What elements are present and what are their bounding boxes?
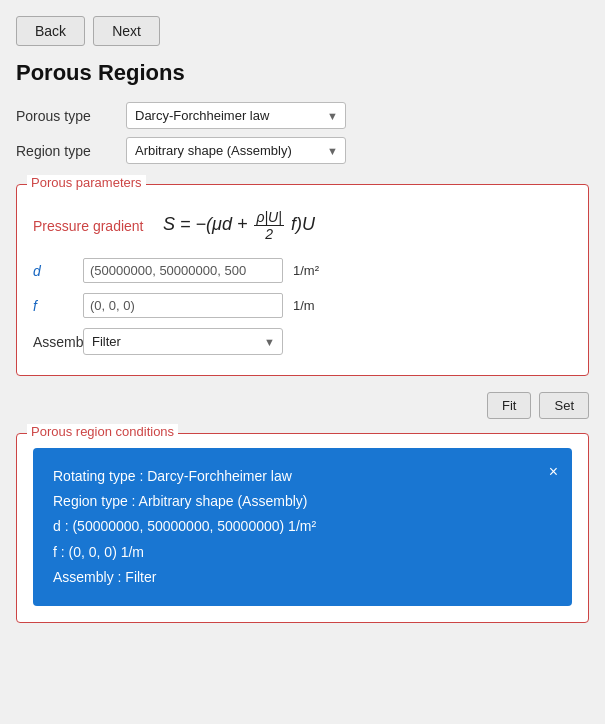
region-type-select-wrapper: Arbitrary shape (Assembly) Cylinder Box … [126,137,346,164]
fit-button[interactable]: Fit [487,392,531,419]
condition-line4: f : (0, 0, 0) 1/m [53,540,552,565]
region-type-select[interactable]: Arbitrary shape (Assembly) Cylinder Box [126,137,346,164]
f-input[interactable] [83,293,283,318]
pressure-formula: S = −(μd + ρ|U| 2 f)U [163,209,315,242]
porous-type-label: Porous type [16,108,126,124]
porous-conditions-box: Porous region conditions × Rotating type… [16,433,589,623]
assembly-label: Assembly [33,334,83,350]
d-label: d [33,263,83,279]
d-input[interactable] [83,258,283,283]
assembly-select[interactable]: Filter Default [83,328,283,355]
porous-type-select-wrapper: Darcy-Forchheimer law Darcy law ▼ [126,102,346,129]
condition-line2: Region type : Arbitrary shape (Assembly) [53,489,552,514]
condition-line3: d : (50000000, 50000000, 50000000) 1/m² [53,514,552,539]
porous-params-legend: Porous parameters [27,175,146,190]
porous-params-box: Porous parameters Pressure gradient S = … [16,184,589,376]
porous-conditions-legend: Porous region conditions [27,424,178,439]
f-label: f [33,298,83,314]
porous-type-select[interactable]: Darcy-Forchheimer law Darcy law [126,102,346,129]
assembly-select-wrapper: Filter Default ▼ [83,328,283,355]
condition-line5: Assembly : Filter [53,565,552,590]
page-title: Porous Regions [16,60,589,86]
next-button[interactable]: Next [93,16,160,46]
d-unit: 1/m² [293,263,319,278]
close-icon[interactable]: × [549,458,558,487]
pressure-gradient-label: Pressure gradient [33,218,163,234]
region-type-label: Region type [16,143,126,159]
set-button[interactable]: Set [539,392,589,419]
f-unit: 1/m [293,298,315,313]
condition-line1: Rotating type : Darcy-Forchheimer law [53,464,552,489]
back-button[interactable]: Back [16,16,85,46]
conditions-content: × Rotating type : Darcy-Forchheimer law … [33,448,572,606]
